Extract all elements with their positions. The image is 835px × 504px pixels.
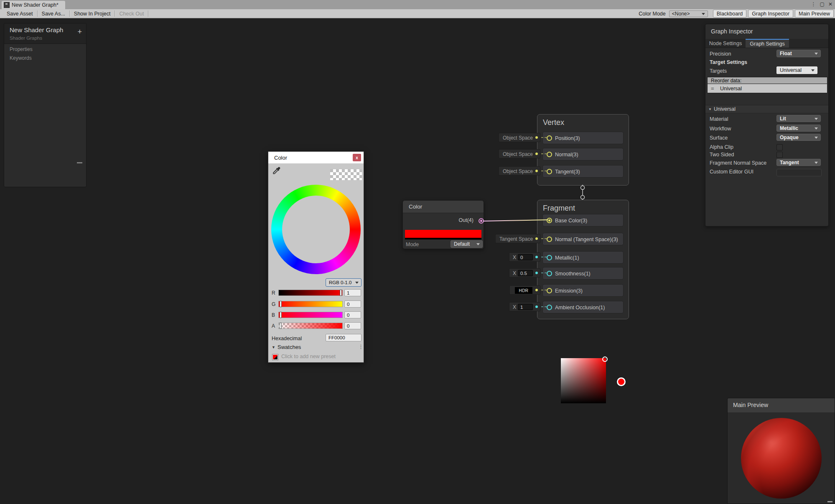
color-node-swatch[interactable] [405, 230, 481, 238]
mode-dropdown[interactable]: Default [451, 240, 483, 248]
main-preview-toggle-button[interactable]: Main Preview [795, 10, 834, 18]
saturation-value-box[interactable] [561, 358, 606, 403]
base-color-port[interactable] [547, 218, 552, 223]
port-dot [535, 237, 538, 240]
saturation-value-indicator[interactable] [602, 356, 608, 362]
blackboard-section-properties[interactable]: Properties [10, 46, 33, 52]
targets-dropdown[interactable]: Universal [776, 66, 817, 74]
ambient-occlusion-value-widget[interactable]: X 1 [509, 302, 540, 311]
show-in-project-button[interactable]: Show In Project [70, 11, 115, 17]
swatches-foldout-icon[interactable]: ▼ [272, 345, 275, 349]
base-color-block[interactable]: Base Color(3) [542, 214, 624, 227]
vertex-context-node[interactable]: Vertex Position(3) Normal(3) Tangent(3) [537, 114, 629, 186]
eyedropper-icon[interactable] [271, 166, 281, 176]
precision-dropdown[interactable]: Float [776, 50, 821, 57]
blackboard-resize-handle[interactable] [77, 162, 82, 163]
emission-block[interactable]: Emission(3) [542, 284, 624, 297]
hue-wheel[interactable] [271, 185, 361, 274]
b-value-field[interactable]: 0 [344, 311, 361, 318]
close-icon[interactable]: ✕ [828, 1, 832, 7]
g-value-field[interactable]: 0 [344, 300, 361, 308]
graph-inspector-toggle-button[interactable]: Graph Inspector [748, 10, 793, 18]
b-slider[interactable] [278, 312, 343, 318]
blackboard-toggle-button[interactable]: Blackboard [713, 10, 747, 18]
custom-editor-gui-field[interactable] [776, 169, 822, 176]
r-value-field[interactable]: 1 [344, 289, 361, 296]
current-color-swatch [330, 169, 362, 180]
tab-graph-settings[interactable]: Graph Settings [746, 39, 789, 48]
r-slider-handle[interactable] [340, 290, 342, 296]
g-slider[interactable] [278, 301, 343, 307]
workflow-dropdown[interactable]: Metallic [776, 125, 821, 132]
slider-label-r: R [272, 290, 277, 296]
smoothness-block[interactable]: Smoothness(1) [542, 267, 624, 280]
check-out-button: Check Out [115, 11, 148, 17]
normal-space-widget[interactable]: Object Space [499, 149, 540, 158]
material-dropdown[interactable]: Lit [776, 115, 821, 122]
kebab-menu-icon[interactable]: ⋮ [358, 344, 364, 350]
emission-port[interactable] [547, 288, 552, 293]
b-slider-handle[interactable] [280, 312, 282, 318]
rgb-mode-dropdown[interactable]: RGB 0-1.0 [326, 278, 361, 287]
main-preview-header[interactable]: Main Preview [728, 398, 835, 413]
normal-ts-block[interactable]: Normal (Tangent Space)(3) [542, 233, 624, 245]
a-slider-handle[interactable] [280, 323, 282, 329]
surface-dropdown[interactable]: Opaque [776, 134, 821, 141]
add-property-button[interactable]: + [77, 28, 82, 36]
smoothness-value-widget[interactable]: X 0.5 [509, 268, 540, 277]
color-node[interactable]: Color Out(4) Mode Default [402, 200, 484, 249]
dash-connector [541, 257, 547, 257]
save-as-button[interactable]: Save As... [38, 11, 69, 17]
normal-block[interactable]: Normal(3) [542, 148, 624, 160]
normal-ts-port[interactable] [547, 237, 552, 242]
metallic-value-widget[interactable]: X 0 [509, 252, 540, 262]
fragment-normal-space-dropdown[interactable]: Tangent [776, 159, 821, 166]
color-picker-dialog: Color x RGB 0-1.0 R 1 G 0 B [268, 151, 364, 363]
normal-port[interactable] [547, 152, 552, 157]
a-value-field[interactable]: 0 [344, 322, 361, 329]
swatches-label[interactable]: Swatches [277, 344, 301, 350]
color-mode-dropdown[interactable]: <None> [669, 10, 708, 17]
preview-resize-handle[interactable] [827, 501, 832, 502]
more-icon[interactable]: ⋮ [811, 1, 816, 7]
hdr-badge[interactable]: HDR [515, 287, 532, 294]
tangent-block[interactable]: Tangent(3) [542, 165, 624, 178]
g-slider-handle[interactable] [280, 301, 282, 307]
add-preset-hint[interactable]: Click to add new preset [281, 354, 336, 359]
blackboard-section-keywords[interactable]: Keywords [10, 55, 32, 61]
reorder-item-universal[interactable]: = Universal [707, 84, 827, 93]
preview-sphere[interactable] [741, 418, 822, 499]
position-block[interactable]: Position(3) [542, 132, 624, 144]
hexadecimal-field[interactable]: FF0000 [326, 334, 361, 341]
close-dialog-button[interactable]: x [353, 154, 361, 161]
normal-ts-space-widget[interactable]: Tangent Space [495, 234, 540, 243]
tangent-space-widget[interactable]: Object Space [499, 166, 540, 176]
position-space-widget[interactable]: Object Space [499, 133, 540, 142]
tangent-port[interactable] [547, 169, 552, 174]
maximize-icon[interactable]: ▢ [820, 1, 825, 7]
hexadecimal-label: Hexadecimal [272, 336, 302, 341]
document-tab[interactable]: New Shader Graph* [2, 1, 65, 9]
metallic-block[interactable]: Metallic(1) [542, 251, 624, 264]
position-port[interactable] [547, 135, 552, 141]
metallic-port[interactable] [547, 255, 552, 260]
color-picker-titlebar[interactable]: Color x [268, 152, 364, 163]
hue-indicator[interactable] [617, 377, 626, 386]
smoothness-port[interactable] [547, 271, 552, 276]
two-sided-checkbox[interactable] [776, 152, 783, 158]
foldout-icon[interactable]: ▼ [708, 107, 712, 111]
alpha-clip-checkbox[interactable] [776, 144, 783, 150]
ambient-occlusion-block[interactable]: Ambient Occlusion(1) [542, 301, 624, 313]
tab-node-settings[interactable]: Node Settings [705, 39, 746, 48]
r-slider[interactable] [278, 290, 343, 296]
emission-hdr-widget[interactable]: HDR [509, 285, 540, 295]
ambient-occlusion-port[interactable] [547, 305, 552, 310]
preset-color-swatch[interactable] [272, 354, 278, 360]
fragment-context-node[interactable]: Fragment Base Color(3) Normal (Tangent S… [537, 200, 629, 319]
a-slider[interactable] [278, 323, 343, 329]
drag-handle-icon[interactable]: = [711, 85, 714, 92]
save-asset-button[interactable]: Save Asset [3, 11, 37, 17]
universal-section-header[interactable]: ▼ Universal [705, 105, 828, 113]
toolbar: Save Asset Save As... Show In Project Ch… [0, 9, 835, 18]
color-out-port[interactable] [479, 218, 484, 224]
